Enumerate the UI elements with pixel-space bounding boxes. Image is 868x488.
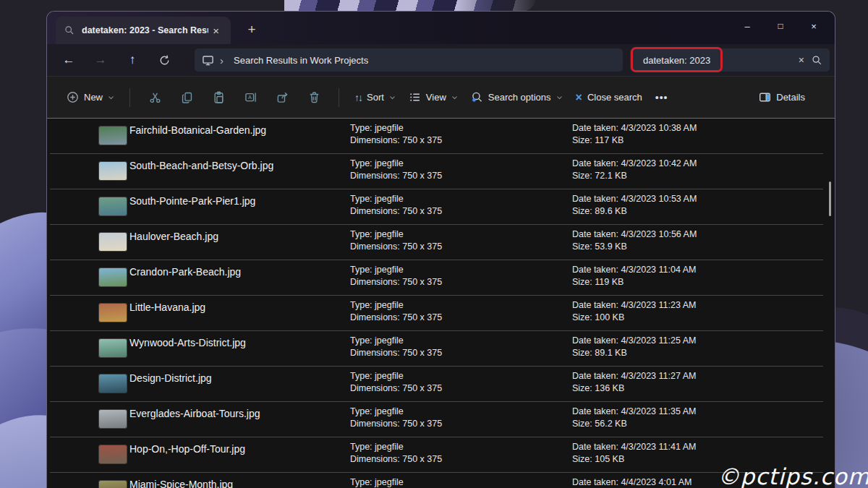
file-dimensions: Dimensions: 750 x 375 bbox=[350, 382, 442, 395]
new-button[interactable]: New bbox=[60, 87, 121, 108]
sort-icon: ↑↓ bbox=[354, 92, 362, 103]
file-size: Size: 105 KB bbox=[572, 453, 696, 466]
clear-search-icon[interactable]: × bbox=[791, 54, 812, 66]
tab-close-icon[interactable]: × bbox=[208, 23, 224, 38]
paste-icon bbox=[213, 91, 225, 103]
file-row[interactable]: Hop-On,-Hop-Off-Tour.jpg Type: jpegfile … bbox=[50, 437, 823, 473]
back-button[interactable]: ← bbox=[53, 47, 85, 73]
close-button[interactable]: × bbox=[797, 12, 830, 40]
sort-button-label: Sort bbox=[367, 92, 384, 103]
cut-button[interactable] bbox=[139, 87, 171, 108]
file-size: Size: 72.1 KB bbox=[572, 170, 697, 182]
file-date: Date taken: 4/3/2023 11:23 AM bbox=[572, 299, 696, 312]
file-row[interactable]: Fairchild-Botanical-Garden.jpg Type: jpe… bbox=[50, 119, 823, 154]
chevron-down-icon bbox=[556, 95, 563, 100]
new-tab-button[interactable]: + bbox=[241, 19, 263, 40]
view-icon bbox=[409, 91, 421, 103]
address-bar[interactable]: › Search Results in Work Projects bbox=[195, 48, 623, 72]
file-row[interactable]: Little-Havana.jpg Type: jpegfile Dimensi… bbox=[50, 296, 823, 331]
file-thumbnail bbox=[99, 374, 127, 393]
file-type-column: Type: jpegfile Dimensions: 750 x 375 bbox=[350, 158, 442, 182]
file-type-column: Type: jpegfile Dimensions: 750 x 375 bbox=[350, 370, 442, 395]
file-date: Date taken: 4/3/2023 11:41 AM bbox=[572, 441, 696, 453]
file-dimensions: Dimensions: 750 x 375 bbox=[350, 347, 442, 359]
file-list: Fairchild-Botanical-Garden.jpg Type: jpe… bbox=[47, 119, 835, 488]
file-row[interactable]: Design-District.jpg Type: jpegfile Dimen… bbox=[50, 367, 823, 402]
forward-button[interactable]: → bbox=[85, 47, 116, 73]
scrollbar-thumb[interactable] bbox=[829, 181, 831, 216]
file-row[interactable]: Miami-Spice-Month.jpg Type: jpegfile Dat… bbox=[50, 473, 823, 488]
close-search-button[interactable]: × Close search bbox=[569, 87, 649, 108]
up-button[interactable]: ↑ bbox=[116, 47, 148, 73]
rename-button[interactable]: A bbox=[234, 87, 266, 108]
file-thumbnail bbox=[99, 268, 127, 286]
view-button[interactable]: View bbox=[402, 87, 464, 108]
share-icon bbox=[276, 91, 289, 103]
chevron-down-icon bbox=[451, 95, 458, 100]
file-explorer-window: datetaken: 2023 - Search Resu × + – □ × … bbox=[46, 11, 835, 488]
file-date: Date taken: 4/3/2023 11:25 AM bbox=[572, 335, 696, 347]
file-thumbnail bbox=[99, 127, 127, 145]
details-pane-icon bbox=[759, 91, 771, 103]
file-date: Date taken: 4/3/2023 11:35 AM bbox=[572, 406, 696, 418]
file-size: Size: 53.9 KB bbox=[572, 241, 697, 253]
file-row[interactable]: South-Beach-and-Betsy-Orb.jpg Type: jpeg… bbox=[50, 154, 823, 189]
svg-text:A: A bbox=[247, 94, 251, 100]
search-options-button[interactable]: Search options bbox=[464, 87, 569, 108]
paste-button[interactable] bbox=[203, 87, 234, 108]
window-controls: – □ × bbox=[731, 12, 830, 40]
file-dimensions: Dimensions: 750 x 375 bbox=[350, 241, 442, 253]
file-dimensions: Dimensions: 750 x 375 bbox=[350, 276, 442, 288]
file-type: Type: jpegfile bbox=[350, 122, 442, 134]
file-date-column: Date taken: 4/3/2023 10:42 AM Size: 72.1… bbox=[572, 158, 697, 182]
tab-search-results[interactable]: datetaken: 2023 - Search Resu × bbox=[56, 17, 231, 44]
rename-icon: A bbox=[244, 91, 257, 103]
file-name: South-Beach-and-Betsy-Orb.jpg bbox=[129, 160, 273, 171]
file-row[interactable]: Everglades-Airboat-Tours.jpg Type: jpegf… bbox=[50, 402, 823, 437]
file-size: Size: 100 KB bbox=[572, 312, 696, 324]
file-row[interactable]: Crandon-Park-Beach.jpg Type: jpegfile Di… bbox=[50, 260, 823, 296]
file-date: Date taken: 4/3/2023 10:42 AM bbox=[572, 158, 697, 170]
file-row[interactable]: South-Pointe-Park-Pier1.jpg Type: jpegfi… bbox=[50, 189, 823, 225]
file-row[interactable]: Wynwood-Arts-District.jpg Type: jpegfile… bbox=[50, 331, 823, 367]
file-dimensions: Dimensions: 750 x 375 bbox=[350, 134, 442, 147]
plus-circle-icon bbox=[67, 91, 79, 103]
file-name: South-Pointe-Park-Pier1.jpg bbox=[129, 195, 255, 207]
sort-button[interactable]: ↑↓ Sort bbox=[348, 87, 402, 108]
refresh-button[interactable] bbox=[148, 47, 180, 73]
file-thumbnail bbox=[99, 410, 127, 428]
this-pc-icon bbox=[202, 54, 214, 67]
more-options-button[interactable]: ••• bbox=[649, 87, 675, 108]
search-submit-icon[interactable] bbox=[812, 55, 822, 66]
refresh-icon bbox=[158, 54, 171, 67]
cut-icon bbox=[149, 91, 161, 103]
minimize-button[interactable]: – bbox=[731, 12, 764, 40]
file-name: Fairchild-Botanical-Garden.jpg bbox=[129, 124, 266, 136]
search-input[interactable]: datetaken: 2023 bbox=[643, 55, 791, 66]
more-options-icon: ••• bbox=[655, 92, 668, 103]
file-type: Type: jpegfile bbox=[350, 406, 442, 418]
search-options-label: Search options bbox=[488, 92, 551, 103]
file-size: Size: 119 KB bbox=[572, 276, 696, 288]
file-type: Type: jpegfile bbox=[350, 335, 442, 347]
file-name: Design-District.jpg bbox=[129, 372, 212, 384]
close-search-icon: × bbox=[576, 91, 582, 104]
search-box[interactable]: datetaken: 2023 × bbox=[630, 48, 830, 72]
delete-button[interactable] bbox=[298, 87, 330, 108]
file-date-column: Date taken: 4/3/2023 10:56 AM Size: 53.9… bbox=[572, 228, 697, 253]
toolbar-separator bbox=[339, 88, 339, 107]
file-name: Wynwood-Arts-District.jpg bbox=[129, 337, 246, 348]
file-date-column: Date taken: 4/3/2023 10:38 AM Size: 117 … bbox=[572, 122, 697, 147]
file-row[interactable]: Haulover-Beach.jpg Type: jpegfile Dimens… bbox=[50, 225, 823, 260]
file-name: Miami-Spice-Month.jpg bbox=[129, 479, 233, 488]
share-button[interactable] bbox=[266, 87, 298, 108]
file-size: Size: 136 KB bbox=[572, 382, 696, 395]
file-type-column: Type: jpegfile Dimensions: 750 x 375 bbox=[350, 299, 442, 324]
maximize-button[interactable]: □ bbox=[764, 12, 797, 40]
file-thumbnail bbox=[99, 197, 127, 215]
file-type: Type: jpegfile bbox=[350, 441, 442, 453]
details-button[interactable]: Details bbox=[752, 87, 812, 108]
file-size: Size: 89.1 KB bbox=[572, 347, 696, 359]
copy-button[interactable] bbox=[171, 87, 203, 108]
file-date: Date taken: 4/3/2023 10:38 AM bbox=[572, 122, 697, 134]
